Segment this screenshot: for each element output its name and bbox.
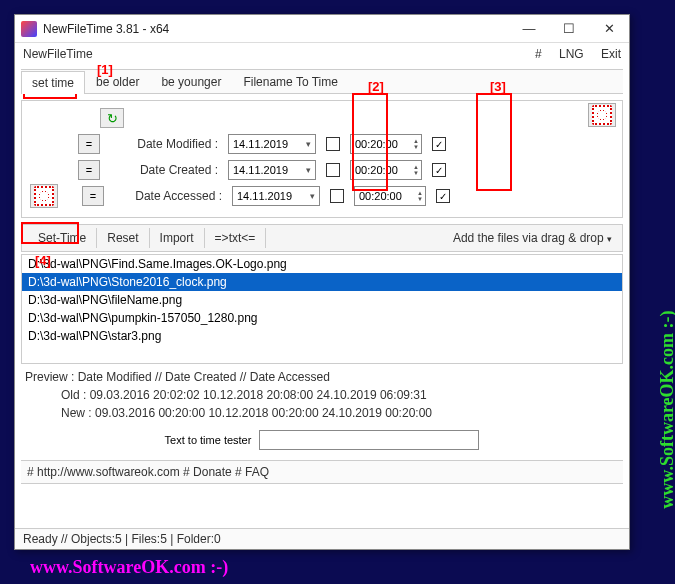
checkbox-enable-created[interactable]: ✓ xyxy=(432,163,446,177)
drag-drop-hint[interactable]: Add the files via drag & drop ▾ xyxy=(453,231,616,245)
refresh-icon[interactable]: ↻ xyxy=(100,108,124,128)
maximize-button[interactable]: ☐ xyxy=(549,15,589,43)
menu-hash[interactable]: # xyxy=(535,47,542,61)
eq-button-accessed[interactable]: = xyxy=(82,186,104,206)
bg-brand-right: www.SoftwareOK.com :-) xyxy=(657,311,676,509)
spinner-icon[interactable]: ▲▼ xyxy=(413,164,419,176)
label-created: Date Created : xyxy=(104,163,224,177)
chevron-down-icon: ▾ xyxy=(310,191,315,201)
close-button[interactable]: ✕ xyxy=(589,15,629,43)
label-accessed: Date Accessed : xyxy=(108,189,228,203)
tab-set-time[interactable]: set time xyxy=(21,71,85,94)
chevron-down-icon: ▾ xyxy=(306,165,311,175)
status-bar: Ready // Objects:5 | Files:5 | Folder:0 xyxy=(15,528,629,549)
link-bar[interactable]: # http://www.softwareok.com # Donate # F… xyxy=(21,460,623,484)
spinner-icon[interactable]: ▲▼ xyxy=(413,138,419,150)
tab-be-older[interactable]: be older xyxy=(85,70,150,93)
chevron-down-icon: ▾ xyxy=(607,234,612,244)
time-input-created[interactable]: 00:20:00▲▼ xyxy=(350,160,422,180)
app-window: NewFileTime 3.81 - x64 — ☐ ✕ NewFileTime… xyxy=(14,14,630,550)
menu-lng[interactable]: LNG xyxy=(559,47,584,61)
chevron-down-icon: ▾ xyxy=(306,139,311,149)
preview-new: New : 09.03.2016 00:20:00 10.12.2018 00:… xyxy=(21,404,623,422)
tab-be-younger[interactable]: be younger xyxy=(150,70,232,93)
app-icon xyxy=(21,21,37,37)
preview-old: Old : 09.03.2016 20:02:02 10.12.2018 20:… xyxy=(21,386,623,404)
date-input-created[interactable]: 14.11.2019▾ xyxy=(228,160,316,180)
clock-set-icon-left[interactable] xyxy=(30,184,58,208)
label-modified: Date Modified : xyxy=(104,137,224,151)
action-toolbar: Set-Time Reset Import =>txt<= Add the fi… xyxy=(21,224,623,252)
spinner-icon[interactable]: ▲▼ xyxy=(417,190,423,202)
date-input-accessed[interactable]: 14.11.2019▾ xyxy=(232,186,320,206)
tabbar: set time be older be younger Filename To… xyxy=(21,69,623,94)
txt-button[interactable]: =>txt<= xyxy=(205,228,267,248)
bg-brand-bottom: www.SoftwareOK.com :-) xyxy=(30,557,228,578)
tester-label: Text to time tester xyxy=(165,434,252,446)
checkbox-date-created[interactable] xyxy=(326,163,340,177)
preview-panel: Preview : Date Modified // Date Created … xyxy=(21,368,623,422)
menu-exit[interactable]: Exit xyxy=(601,47,621,61)
import-button[interactable]: Import xyxy=(150,228,205,248)
tester-input[interactable] xyxy=(259,430,479,450)
file-row[interactable]: D:\3d-wal\PNG\Stone2016_clock.png xyxy=(22,273,622,291)
reset-button[interactable]: Reset xyxy=(97,228,149,248)
set-time-button[interactable]: Set-Time xyxy=(28,228,97,248)
checkbox-enable-accessed[interactable]: ✓ xyxy=(436,189,450,203)
eq-button-created[interactable]: = xyxy=(78,160,100,180)
menu-newfiletime[interactable]: NewFileTime xyxy=(23,47,521,61)
tab-filename-to-time[interactable]: Filename To Time xyxy=(232,70,348,93)
refresh-arrow-icon: ↻ xyxy=(107,111,118,126)
checkbox-enable-modified[interactable]: ✓ xyxy=(432,137,446,151)
time-input-accessed[interactable]: 00:20:00▲▼ xyxy=(354,186,426,206)
checkbox-date-accessed[interactable] xyxy=(330,189,344,203)
eq-button-modified[interactable]: = xyxy=(78,134,100,154)
file-row[interactable]: D:\3d-wal\PNG\fileName.png xyxy=(22,291,622,309)
titlebar[interactable]: NewFileTime 3.81 - x64 — ☐ ✕ xyxy=(15,15,629,43)
minimize-button[interactable]: — xyxy=(509,15,549,43)
date-panel: [2] [3] ↻ = Date Modified : 14.11.2019▾ … xyxy=(21,100,623,218)
clock-set-icon-top[interactable] xyxy=(588,103,616,127)
file-list[interactable]: D:\3d-wal\PNG\Find.Same.Images.OK-Logo.p… xyxy=(21,254,623,364)
preview-header: Preview : Date Modified // Date Created … xyxy=(21,368,623,386)
file-row[interactable]: D:\3d-wal\PNG\Find.Same.Images.OK-Logo.p… xyxy=(22,255,622,273)
menubar: NewFileTime # LNG Exit xyxy=(15,43,629,65)
window-title: NewFileTime 3.81 - x64 xyxy=(43,22,509,36)
time-input-modified[interactable]: 00:20:00▲▼ xyxy=(350,134,422,154)
file-row[interactable]: D:\3d-wal\PNG\pumpkin-157050_1280.png xyxy=(22,309,622,327)
checkbox-date-modified[interactable] xyxy=(326,137,340,151)
text-to-time-tester: Text to time tester xyxy=(21,430,623,450)
date-input-modified[interactable]: 14.11.2019▾ xyxy=(228,134,316,154)
file-row[interactable]: D:\3d-wal\PNG\star3.png xyxy=(22,327,622,345)
